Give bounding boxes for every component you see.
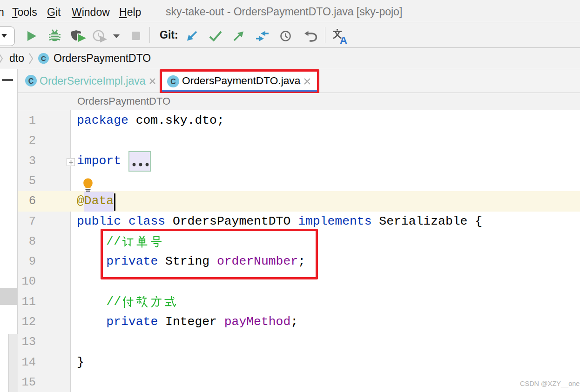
svg-text:C: C	[28, 77, 34, 85]
svg-text:C: C	[170, 78, 176, 86]
svg-text:A: A	[340, 34, 347, 45]
svg-text:C: C	[41, 54, 46, 62]
